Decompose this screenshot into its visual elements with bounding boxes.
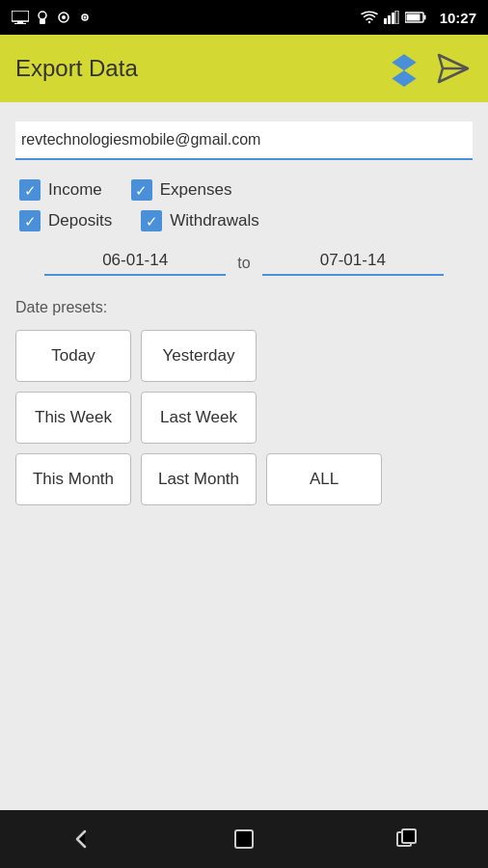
wifi-icon [361, 11, 378, 24]
page-title: Export Data [15, 55, 138, 82]
email-input[interactable] [21, 131, 467, 149]
dropbox-icon[interactable] [384, 48, 424, 89]
settings-icon [77, 10, 93, 25]
svg-rect-14 [423, 15, 425, 20]
presets-row-3: This Month Last Month ALL [15, 453, 473, 505]
checkbox-row-1: ✓ Income ✓ Expenses [19, 179, 469, 201]
preset-yesterday-button[interactable]: Yesterday [141, 330, 257, 382]
svg-rect-2 [14, 23, 26, 24]
back-button[interactable] [57, 820, 105, 858]
preset-last-week-button[interactable]: Last Week [141, 392, 257, 444]
preset-last-month-button[interactable]: Last Month [141, 453, 257, 505]
sync-icon [56, 10, 71, 25]
deposits-checkmark: ✓ [24, 214, 37, 229]
withdrawals-label: Withdrawals [170, 211, 259, 231]
svg-rect-9 [384, 18, 387, 24]
income-label: Income [48, 180, 102, 200]
home-button[interactable] [220, 820, 268, 858]
checkbox-row-2: ✓ Deposits ✓ Withdrawals [19, 210, 469, 231]
preset-this-week-button[interactable]: This Week [15, 392, 131, 444]
status-time: 10:27 [440, 10, 476, 26]
screen-icon [12, 11, 29, 24]
signal-icon [384, 11, 399, 24]
svg-rect-11 [392, 13, 394, 24]
preset-all-button[interactable]: ALL [266, 453, 382, 505]
svg-rect-0 [12, 11, 29, 21]
svg-point-3 [39, 12, 46, 19]
main-content: ✓ Income ✓ Expenses ✓ Deposits ✓ [0, 102, 488, 810]
battery-icon [405, 12, 426, 23]
svg-point-6 [62, 15, 66, 19]
email-container [15, 122, 473, 160]
svg-rect-22 [402, 829, 416, 843]
checkboxes-section: ✓ Income ✓ Expenses ✓ Deposits ✓ [15, 179, 473, 231]
svg-rect-15 [406, 14, 420, 21]
bottom-nav [0, 810, 488, 868]
withdrawals-checkbox[interactable]: ✓ Withdrawals [141, 210, 259, 231]
recents-button[interactable] [383, 820, 431, 858]
deposits-checkbox-box: ✓ [19, 210, 41, 231]
svg-marker-17 [392, 54, 416, 70]
notification-icon [35, 10, 50, 25]
preset-today-button[interactable]: Today [15, 330, 131, 382]
expenses-checkbox-box: ✓ [131, 179, 152, 201]
withdrawals-checkmark: ✓ [146, 214, 158, 229]
svg-rect-10 [388, 15, 391, 24]
date-to-wrapper [262, 251, 444, 276]
svg-point-8 [84, 16, 87, 19]
date-from-input[interactable] [44, 251, 226, 270]
income-checkbox[interactable]: ✓ Income [19, 179, 102, 201]
presets-row-2: This Week Last Week [15, 392, 473, 444]
header-icons [384, 48, 473, 89]
svg-rect-12 [395, 11, 398, 24]
presets-row-1: Today Yesterday [15, 330, 473, 382]
date-range: to [15, 251, 473, 276]
status-bar: 10:27 [0, 0, 488, 35]
deposits-label: Deposits [48, 211, 112, 231]
date-presets-label: Date presets: [15, 299, 473, 316]
expenses-checkmark: ✓ [135, 183, 148, 198]
svg-rect-1 [17, 21, 23, 23]
date-presets-section: Date presets: Today Yesterday This Week … [15, 299, 473, 505]
withdrawals-checkbox-box: ✓ [141, 210, 162, 231]
income-checkmark: ✓ [24, 183, 37, 198]
app-header: Export Data [0, 35, 488, 102]
svg-rect-4 [40, 19, 45, 24]
presets-grid: Today Yesterday This Week Last Week This… [15, 330, 473, 505]
status-right-icons: 10:27 [361, 10, 476, 26]
income-checkbox-box: ✓ [19, 179, 41, 201]
expenses-checkbox[interactable]: ✓ Expenses [131, 179, 232, 201]
date-separator: to [237, 255, 250, 272]
svg-rect-20 [235, 830, 253, 848]
status-left-icons [12, 10, 361, 25]
preset-this-month-button[interactable]: This Month [15, 453, 131, 505]
deposits-checkbox[interactable]: ✓ Deposits [19, 210, 112, 231]
date-from-wrapper [44, 251, 226, 276]
expenses-label: Expenses [160, 180, 232, 200]
date-to-input[interactable] [262, 251, 444, 270]
send-button[interactable] [432, 48, 473, 89]
